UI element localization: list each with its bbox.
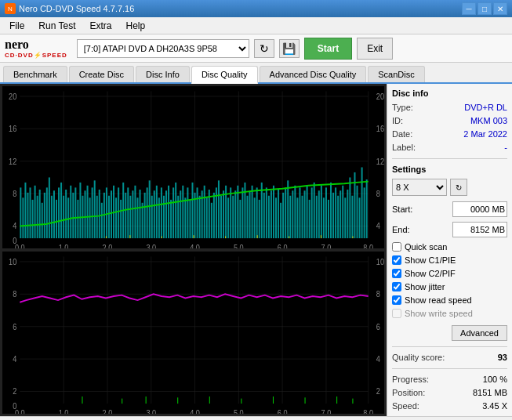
start-input[interactable]	[452, 201, 507, 217]
charts-and-panel: 20 16 12 8 4 0 20 16 12 8 4 0.0 1.0 2.0	[0, 84, 512, 416]
svg-rect-104	[189, 200, 191, 238]
svg-rect-180	[129, 235, 130, 238]
exit-button[interactable]: Exit	[357, 38, 393, 60]
quick-scan-label: Quick scan	[405, 242, 447, 252]
svg-rect-141	[278, 190, 279, 238]
tab-disc-quality[interactable]: Disc Quality	[191, 66, 258, 84]
logo: nero CD·DVD⚡SPEED	[5, 38, 67, 59]
svg-rect-63	[92, 187, 93, 238]
tab-scan-disc[interactable]: ScanDisc	[368, 66, 424, 82]
svg-rect-149	[296, 197, 298, 238]
show-read-speed-row[interactable]: Show read speed	[392, 295, 507, 305]
svg-text:3.0: 3.0	[146, 243, 156, 248]
svg-rect-90	[156, 186, 158, 238]
start-button[interactable]: Start	[304, 38, 352, 60]
refresh-icon-button[interactable]: ↻	[254, 39, 274, 58]
speed-select[interactable]: 8 X Max 4 X 16 X	[392, 179, 447, 196]
svg-rect-137	[268, 196, 270, 238]
menu-run-test[interactable]: Run Test	[32, 19, 82, 33]
show-read-speed-checkbox[interactable]	[392, 295, 401, 305]
svg-rect-73	[115, 197, 117, 238]
svg-rect-45	[49, 177, 50, 238]
legend-area: PI Errors Average: 0.39 Maximum: 11 Tota…	[0, 416, 512, 420]
show-write-speed-label: Show write speed	[405, 309, 473, 318]
svg-rect-53	[67, 197, 69, 238]
show-jitter-checkbox[interactable]	[392, 282, 401, 291]
svg-rect-84	[142, 203, 143, 238]
show-c1-pie-checkbox[interactable]	[392, 255, 401, 265]
show-c1-pie-row[interactable]: Show C1/PIE	[392, 255, 507, 265]
maximize-button[interactable]: □	[478, 2, 492, 15]
svg-text:1.0: 1.0	[59, 243, 69, 248]
svg-rect-161	[325, 187, 327, 238]
svg-text:2: 2	[13, 386, 16, 396]
app-title: Nero CD-DVD Speed 4.7.7.16	[19, 4, 134, 13]
advanced-button[interactable]: Advanced	[452, 325, 507, 341]
svg-rect-113	[211, 203, 212, 238]
svg-text:20: 20	[376, 92, 384, 101]
end-label: End:	[392, 225, 410, 234]
svg-rect-82	[136, 197, 138, 238]
show-write-speed-row[interactable]: Show write speed	[392, 309, 507, 318]
menu-file[interactable]: File	[3, 19, 31, 33]
svg-rect-80	[132, 190, 133, 238]
svg-rect-148	[294, 186, 296, 238]
svg-rect-37	[29, 187, 31, 238]
quick-scan-row[interactable]: Quick scan	[392, 242, 507, 252]
svg-rect-103	[187, 187, 188, 238]
divider3	[392, 368, 507, 369]
show-jitter-row[interactable]: Show jitter	[392, 282, 507, 291]
svg-text:5.0: 5.0	[234, 408, 244, 414]
svg-rect-102	[184, 197, 186, 238]
tab-benchmark[interactable]: Benchmark	[3, 66, 67, 82]
svg-rect-61	[87, 186, 89, 238]
show-write-speed-checkbox[interactable]	[392, 309, 401, 318]
svg-rect-147	[292, 190, 293, 238]
svg-rect-168	[342, 186, 343, 238]
disc-date-value: 2 Mar 2022	[463, 129, 507, 139]
svg-rect-143	[282, 193, 284, 238]
svg-rect-223	[146, 396, 147, 404]
tab-advanced-disc-quality[interactable]: Advanced Disc Quality	[260, 66, 367, 82]
show-c2-pif-row[interactable]: Show C2/PIF	[392, 269, 507, 278]
svg-text:7.0: 7.0	[321, 243, 332, 248]
end-input[interactable]	[452, 222, 507, 237]
tab-disc-info[interactable]: Disc Info	[136, 66, 190, 82]
svg-rect-184	[257, 235, 258, 238]
svg-rect-146	[289, 196, 291, 238]
speed-refresh-button[interactable]: ↻	[450, 179, 467, 196]
drive-select[interactable]: [7:0] ATAPI DVD A DH20A3S 9P58	[77, 39, 249, 58]
svg-rect-129	[249, 190, 251, 238]
progress-label: Progress:	[392, 375, 429, 384]
svg-rect-165	[335, 187, 336, 238]
menu-extra[interactable]: Extra	[83, 19, 118, 33]
svg-text:6.0: 6.0	[278, 408, 288, 414]
svg-rect-92	[161, 187, 162, 238]
svg-text:1.0: 1.0	[59, 408, 69, 414]
svg-rect-160	[323, 197, 325, 238]
svg-text:4: 4	[376, 354, 380, 364]
svg-rect-77	[125, 193, 126, 238]
save-icon-button[interactable]: 💾	[279, 39, 300, 58]
svg-rect-83	[140, 190, 141, 238]
svg-rect-140	[275, 197, 277, 238]
svg-rect-97	[172, 187, 174, 238]
svg-rect-79	[129, 196, 131, 238]
menu-help[interactable]: Help	[120, 19, 152, 33]
disc-type-value: DVD+R DL	[464, 103, 507, 112]
svg-rect-75	[120, 200, 122, 238]
svg-rect-86	[147, 187, 148, 238]
svg-rect-133	[259, 200, 260, 238]
divider2	[392, 346, 507, 347]
speed-result-row: Speed: 3.45 X	[392, 401, 507, 411]
minimize-button[interactable]: ─	[462, 2, 476, 15]
tab-create-disc[interactable]: Create Disc	[69, 66, 134, 82]
disc-date-label: Date:	[392, 129, 412, 139]
svg-rect-56	[74, 187, 76, 238]
show-c2-pif-checkbox[interactable]	[392, 269, 401, 278]
svg-rect-125	[239, 200, 241, 238]
main-content: 20 16 12 8 4 0 20 16 12 8 4 0.0 1.0 2.0	[0, 84, 512, 420]
close-button[interactable]: ✕	[493, 2, 507, 15]
svg-rect-48	[56, 200, 57, 238]
quick-scan-checkbox[interactable]	[392, 242, 401, 252]
